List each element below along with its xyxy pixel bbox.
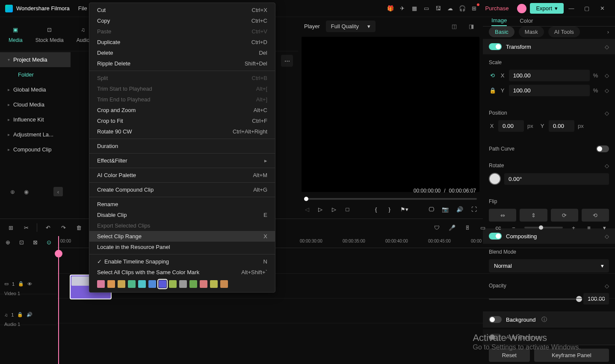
sidebar-cloud-media[interactable]: ▸Cloud Media — [0, 97, 71, 112]
cm-locate-in-the-resource-panel[interactable]: Locate in the Resource Panel — [89, 242, 275, 252]
sidebar-influence-kit[interactable]: ▸Influence Kit — [0, 112, 71, 127]
color-swatch[interactable] — [107, 280, 115, 288]
mark-in-button[interactable]: { — [373, 204, 379, 214]
redo-icon[interactable]: ↷ — [59, 223, 68, 232]
zoom-in-icon[interactable]: + — [569, 223, 578, 232]
tab-media[interactable]: ▣ Media — [9, 25, 23, 43]
close-button[interactable]: ✕ — [594, 3, 610, 15]
cm-rotate-90-cw[interactable]: Rotate 90 CWCtrl+Alt+Right — [89, 126, 275, 137]
color-swatch[interactable] — [159, 280, 166, 288]
tab-stock-media[interactable]: ⊡ Stock Media — [35, 25, 64, 43]
lock-icon[interactable]: 🔒 — [489, 87, 496, 94]
snapshot-view-icon[interactable]: ◨ — [466, 21, 477, 32]
color-swatch[interactable] — [220, 280, 228, 288]
scale-x-input[interactable] — [509, 70, 590, 81]
color-swatch[interactable] — [200, 280, 207, 288]
cm-duplicate[interactable]: DuplicateCtrl+D — [89, 37, 275, 47]
tl-magnet-icon[interactable]: ⊠ — [31, 237, 40, 247]
volume-icon[interactable]: 🔊 — [456, 204, 463, 214]
cm-ripple-delete[interactable]: Ripple DeleteShift+Del — [89, 58, 275, 69]
cm-enable-timeline-snapping[interactable]: ✓Enable Timeline SnappingN — [89, 256, 275, 267]
cm-rename[interactable]: Rename — [89, 199, 275, 210]
tl-tool-2[interactable]: ✂ — [21, 223, 31, 232]
save-icon[interactable]: 🖫 — [432, 3, 444, 15]
cm-duration[interactable]: Duration — [89, 141, 275, 151]
track-options-icon[interactable]: ≡ — [584, 223, 594, 232]
quality-dropdown[interactable]: Full Quality▾ — [326, 21, 376, 32]
menu-file[interactable]: File — [78, 5, 87, 12]
record-icon[interactable]: ◉ — [21, 187, 31, 196]
link-icon[interactable]: ⟲ — [489, 72, 496, 79]
compare-view-icon[interactable]: ◫ — [449, 21, 460, 32]
color-swatch[interactable] — [97, 280, 105, 288]
pos-y-input[interactable] — [549, 120, 574, 132]
headphones-icon[interactable]: 🎧 — [456, 3, 468, 15]
color-swatch[interactable] — [179, 280, 187, 288]
props-tab-color[interactable]: Color — [520, 18, 533, 26]
export-button[interactable]: Export▾ — [530, 3, 564, 14]
transform-keyframe-icon[interactable]: ◇ — [605, 44, 609, 50]
tab-audio[interactable]: ♫ Audio — [77, 25, 90, 43]
color-swatch[interactable] — [118, 280, 125, 288]
color-swatch[interactable] — [169, 280, 177, 288]
cm-select-all-clips-with-the-same-color-mark[interactable]: Select All Clips with the Same Color Mar… — [89, 267, 275, 278]
cm-crop-to-fit[interactable]: Crop to FitCtrl+F — [89, 115, 275, 126]
zoom-slider[interactable] — [524, 227, 563, 228]
subtab-ai-tools[interactable]: AI Tools — [548, 27, 580, 37]
cm-create-compound-clip[interactable]: Create Compound ClipAlt+G — [89, 184, 275, 195]
adjust-icon[interactable]: ▭ — [478, 223, 488, 232]
caption-icon[interactable]: cc — [494, 223, 503, 232]
sidebar-global-media[interactable]: ▸Global Media — [0, 82, 71, 97]
stop-button[interactable]: □ — [345, 204, 351, 214]
tl-add-track-icon[interactable]: ⊕ — [3, 237, 13, 247]
rotate-input[interactable] — [504, 173, 609, 185]
mute-icon[interactable]: 🔊 — [27, 312, 33, 317]
position-keyframe[interactable]: ◇ — [605, 110, 609, 120]
scale-y-input[interactable] — [509, 85, 590, 96]
lock-icon[interactable]: 🔒 — [17, 312, 23, 317]
delete-icon[interactable]: 🗑 — [74, 223, 83, 232]
sidebar-project-media[interactable]: ▾Project Media — [0, 52, 71, 67]
fullscreen-icon[interactable]: ⛶ — [471, 204, 477, 214]
sidebar-compound-clip[interactable]: ▸Compound Clip — [0, 142, 71, 157]
transform-toggle[interactable] — [489, 43, 502, 50]
playhead[interactable] — [58, 236, 59, 364]
import-folder-icon[interactable]: ⊕ — [8, 187, 17, 196]
tl-tool-1[interactable]: ⊞ — [6, 223, 15, 232]
user-avatar[interactable] — [517, 4, 526, 13]
maximize-button[interactable]: ▢ — [579, 3, 594, 15]
video-preview[interactable] — [302, 37, 479, 192]
color-swatch[interactable] — [128, 280, 136, 288]
display-icon[interactable]: 🖵 — [429, 204, 435, 214]
cm-effect-filter[interactable]: Effect&Filter▸ — [89, 155, 275, 166]
subtab-mask[interactable]: Mask — [519, 27, 544, 37]
props-tab-image[interactable]: Image — [491, 17, 507, 26]
subtab-basic[interactable]: Basic — [489, 27, 514, 37]
tl-link-icon[interactable]: ⊡ — [17, 237, 27, 247]
tl-snap-icon[interactable]: ⊙ — [44, 237, 53, 247]
subtab-more-icon[interactable]: › — [607, 29, 609, 35]
cm-select-clip-range[interactable]: Select Clip RangeX — [89, 231, 275, 242]
gift-icon[interactable]: 🎁 — [384, 3, 396, 15]
cm-crop-and-zoom[interactable]: Crop and ZoomAlt+C — [89, 105, 275, 115]
minimize-button[interactable]: — — [564, 3, 579, 15]
layout-icon-1[interactable]: ▦ — [408, 3, 420, 15]
color-swatch[interactable] — [138, 280, 146, 288]
rotate-dial[interactable] — [489, 173, 501, 185]
scale-x-keyframe[interactable]: ◇ — [605, 72, 609, 79]
visibility-icon[interactable]: 👁 — [27, 281, 32, 287]
color-swatch[interactable] — [148, 280, 156, 288]
color-swatch[interactable] — [189, 280, 197, 288]
scale-y-keyframe[interactable]: ◇ — [605, 87, 609, 94]
send-icon[interactable]: ✈ — [396, 3, 408, 15]
cm-disable-clip[interactable]: Disable ClipE — [89, 210, 275, 220]
more-options-icon[interactable]: ⋯ — [281, 55, 293, 67]
sidebar-folder[interactable]: Folder — [0, 67, 71, 82]
marker-icon[interactable]: 🛡 — [432, 223, 441, 232]
mic-icon[interactable]: 🎤 — [447, 223, 457, 232]
mark-out-button[interactable]: } — [387, 204, 393, 214]
path-curve-toggle[interactable] — [596, 145, 609, 152]
play-button[interactable]: ▷ — [331, 204, 337, 214]
cm-copy[interactable]: CopyCtrl+C — [89, 15, 275, 26]
cm-ai-color-palette[interactable]: AI Color PaletteAlt+M — [89, 170, 275, 181]
